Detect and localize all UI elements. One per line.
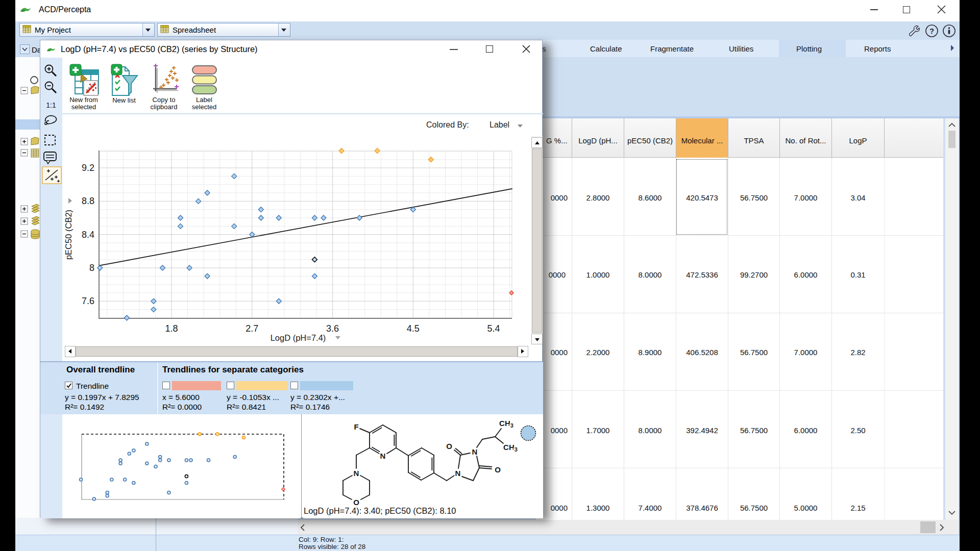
svg-text:N: N bbox=[380, 452, 386, 460]
svg-text:8: 8 bbox=[89, 263, 94, 273]
svg-text:CH3: CH3 bbox=[503, 443, 518, 453]
svg-text:O: O bbox=[446, 442, 452, 450]
svg-text:8.4: 8.4 bbox=[82, 230, 94, 240]
svg-text:CH3: CH3 bbox=[499, 419, 513, 429]
svg-text:?: ? bbox=[929, 27, 934, 35]
svg-text:5.4: 5.4 bbox=[487, 323, 500, 334]
svg-text:LogD (pH=7.4): LogD (pH=7.4) bbox=[271, 333, 326, 342]
svg-text:N: N bbox=[455, 469, 461, 478]
svg-text:O: O bbox=[495, 465, 501, 474]
svg-text:1:1: 1:1 bbox=[46, 101, 56, 109]
svg-text:N: N bbox=[354, 469, 359, 478]
svg-text:7.6: 7.6 bbox=[82, 296, 94, 306]
svg-text:4.5: 4.5 bbox=[407, 323, 420, 334]
svg-text:F: F bbox=[354, 422, 358, 431]
svg-text:3.6: 3.6 bbox=[326, 323, 339, 334]
svg-text:pEC50 (CB2): pEC50 (CB2) bbox=[64, 210, 73, 260]
svg-text:1.8: 1.8 bbox=[165, 323, 178, 334]
svg-text:9.2: 9.2 bbox=[82, 163, 94, 173]
svg-text:2.7: 2.7 bbox=[246, 323, 258, 334]
svg-text:N: N bbox=[472, 447, 478, 456]
svg-text:O: O bbox=[353, 498, 359, 507]
svg-text:8.8: 8.8 bbox=[82, 196, 94, 206]
